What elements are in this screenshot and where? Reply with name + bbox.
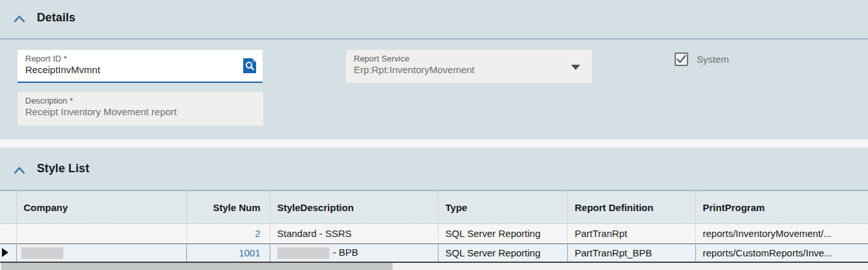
description-label: Description * [17,92,263,106]
column-header-type[interactable]: Type [438,192,567,223]
style-list-divider [0,190,868,191]
cell-style-num[interactable]: 2 [255,228,260,239]
cell-type[interactable]: SQL Server Reporting [438,243,567,262]
column-header-company[interactable]: Company [16,192,186,223]
cell-report-definition[interactable]: PartTranRpt [567,223,695,243]
selected-row-arrow-icon [2,248,8,257]
cell-print-program[interactable]: reports/CustomReports/Inve... [695,243,868,262]
collapse-details-icon[interactable] [14,14,25,21]
cell-print-program[interactable]: reports/InventoryMovement/... [695,223,868,243]
row-selector-cell[interactable] [0,223,16,243]
checkbox-checked-icon[interactable] [675,52,688,66]
report-id-field[interactable]: Report ID * ReceiptInvMvmnt [17,50,263,83]
report-id-value[interactable]: ReceiptInvMvmnt [17,63,263,76]
report-style-screen: Details Report ID * ReceiptInvMvmnt Repo… [0,0,868,270]
report-service-dropdown[interactable]: Report Service Erp:Rpt:InventoryMovement [346,50,592,83]
column-header-style-description[interactable]: StyleDescription [270,192,438,223]
cell-style-description[interactable]: Standard - SSRS [270,223,438,243]
style-list-title: Style List [37,162,89,175]
horizontal-scrollbar-thumb[interactable] [1,263,393,270]
system-checkbox-label: System [697,54,729,65]
chevron-down-icon[interactable] [571,65,580,70]
style-list-grid: Company Style Num StyleDescription Type … [0,192,868,263]
report-service-value: Erp:Rpt:InventoryMovement [346,63,592,76]
cell-type[interactable]: SQL Server Reporting [438,223,567,243]
redacted-company-value [21,247,63,259]
report-service-label: Report Service [346,50,592,63]
details-divider [0,38,868,39]
details-title: Details [37,11,76,25]
cell-style-num[interactable]: 1001 [239,247,260,258]
description-field[interactable]: Description * Receipt Inventory Movement… [17,92,263,126]
grid-header-gutter [0,192,16,223]
system-checkbox[interactable]: System [675,52,729,66]
cell-report-definition[interactable]: PartTranRpt_BPB [567,243,695,262]
report-id-label: Report ID * [17,50,263,63]
search-icon[interactable] [243,58,256,73]
grid-header-row: Company Style Num StyleDescription Type … [0,192,868,223]
table-row[interactable]: 2 Standard - SSRS SQL Server Reporting P… [0,223,868,243]
style-description-suffix: - BPB [333,247,358,258]
column-header-report-definition[interactable]: Report Definition [567,192,695,223]
cell-company[interactable] [16,243,186,262]
description-value: Receipt Inventory Movement report [17,106,263,118]
column-header-style-num[interactable]: Style Num [186,192,270,223]
cell-style-description[interactable]: - BPB [270,243,438,262]
redacted-description-value [277,247,329,259]
horizontal-scrollbar-track[interactable] [0,263,868,270]
cell-company[interactable] [16,223,186,243]
row-selector-cell[interactable] [0,243,16,262]
column-header-print-program[interactable]: PrintProgram [695,192,868,223]
section-separator [0,139,868,148]
table-row-selected[interactable]: 1001 - BPB SQL Server Reporting PartTran… [0,243,868,262]
collapse-style-list-icon[interactable] [14,165,25,173]
